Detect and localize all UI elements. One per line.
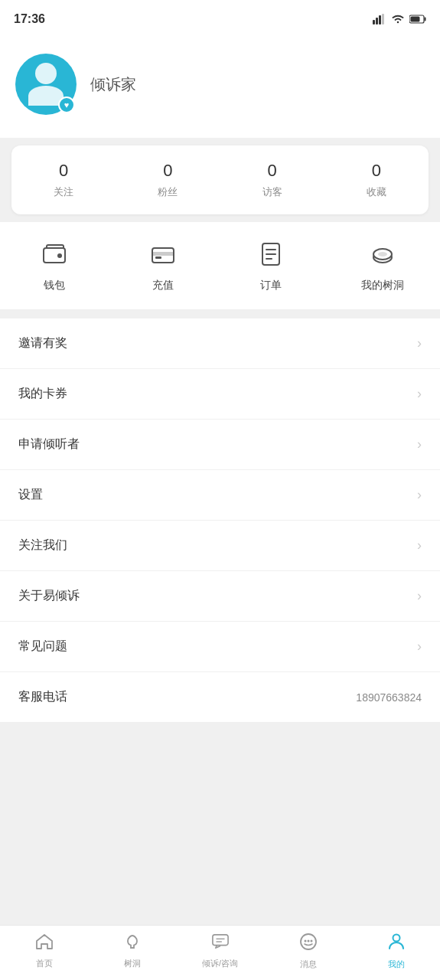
nav-consult-label: 倾诉/咨询 <box>202 958 238 969</box>
nav-message-label: 消息 <box>300 959 317 970</box>
svg-point-23 <box>304 940 306 942</box>
svg-rect-5 <box>425 18 426 21</box>
avatar[interactable]: ♥ <box>15 54 77 115</box>
signal-icon <box>373 14 386 24</box>
menu-cs-label: 客服电话 <box>18 689 67 705</box>
stat-fans[interactable]: 0 粉丝 <box>158 161 178 199</box>
treehouse-icon <box>123 933 142 955</box>
action-recharge[interactable]: 充值 <box>145 236 181 292</box>
nav-consult[interactable]: 倾诉/咨询 <box>176 927 264 975</box>
myhole-icon <box>364 236 401 273</box>
chevron-right-icon: › <box>417 588 422 604</box>
menu-item-settings[interactable]: 设置 › <box>0 470 440 521</box>
order-icon <box>253 236 289 273</box>
svg-rect-1 <box>376 18 378 24</box>
menu-faq-label: 常见问题 <box>18 639 67 655</box>
quick-actions: 钱包 充值 订单 <box>0 222 440 309</box>
stat-follow-number: 0 <box>59 161 68 181</box>
profile-name: 倾诉家 <box>90 74 136 95</box>
stat-follow[interactable]: 0 关注 <box>54 161 73 199</box>
wifi-icon <box>391 14 405 24</box>
chevron-right-icon: › <box>417 537 422 554</box>
svg-rect-2 <box>379 15 381 24</box>
menu-item-about[interactable]: 关于易倾诉 › <box>0 571 440 622</box>
action-wallet[interactable]: 钱包 <box>36 236 73 292</box>
stat-visitors-label: 访客 <box>262 185 282 199</box>
nav-home-label: 首页 <box>36 958 53 969</box>
svg-rect-19 <box>212 935 227 946</box>
menu-item-invite[interactable]: 邀请有奖 › <box>0 318 440 369</box>
chevron-right-icon: › <box>417 386 422 402</box>
svg-rect-3 <box>382 14 384 24</box>
nav-treehouse[interactable]: 树洞 <box>88 927 176 975</box>
stat-follow-label: 关注 <box>54 185 73 199</box>
wallet-label: 钱包 <box>44 279 65 292</box>
stat-fans-label: 粉丝 <box>158 185 178 199</box>
mine-icon <box>387 933 406 956</box>
chevron-right-icon: › <box>417 639 422 655</box>
status-time: 17:36 <box>14 12 45 26</box>
order-label: 订单 <box>260 279 282 292</box>
consult-icon <box>211 933 230 955</box>
stat-visitors[interactable]: 0 访客 <box>262 161 282 199</box>
menu-item-coupon[interactable]: 我的卡券 › <box>0 369 440 420</box>
stat-fans-number: 0 <box>163 161 172 181</box>
chevron-right-icon: › <box>417 335 422 351</box>
svg-point-18 <box>378 252 387 256</box>
heart-icon: ♥ <box>64 101 70 109</box>
chevron-right-icon: › <box>417 487 422 503</box>
myhole-label: 我的树洞 <box>361 279 404 292</box>
recharge-label: 充值 <box>152 279 174 292</box>
menu-item-faq[interactable]: 常见问题 › <box>0 622 440 672</box>
stats-section: 0 关注 0 粉丝 0 访客 0 收藏 <box>11 145 429 214</box>
heart-badge: ♥ <box>58 96 75 113</box>
menu-coupon-label: 我的卡券 <box>18 386 67 402</box>
action-order[interactable]: 订单 <box>253 236 289 292</box>
nav-mine-label: 我的 <box>388 959 405 970</box>
wallet-icon <box>36 236 73 273</box>
stat-favorites[interactable]: 0 收藏 <box>367 161 386 199</box>
nav-message[interactable]: 消息 <box>264 926 352 976</box>
profile-header: ♥ 倾诉家 <box>0 38 440 138</box>
message-icon <box>299 933 318 956</box>
stat-favorites-label: 收藏 <box>367 185 386 199</box>
svg-rect-6 <box>411 17 420 22</box>
bottom-nav: 首页 树洞 倾诉/咨询 <box>0 925 440 980</box>
svg-rect-11 <box>155 256 161 259</box>
svg-rect-0 <box>373 20 375 24</box>
menu-about-label: 关于易倾诉 <box>18 588 80 604</box>
svg-rect-10 <box>152 252 174 256</box>
nav-home[interactable]: 首页 <box>0 927 88 975</box>
menu-item-follow-us[interactable]: 关注我们 › <box>0 521 440 571</box>
menu-follow-label: 关注我们 <box>18 537 67 554</box>
menu-apply-label: 申请倾听者 <box>18 436 80 452</box>
nav-treehouse-label: 树洞 <box>124 958 141 969</box>
svg-point-24 <box>307 940 309 942</box>
action-myhole[interactable]: 我的树洞 <box>361 236 404 292</box>
recharge-icon <box>145 236 181 273</box>
battery-icon <box>409 15 426 24</box>
svg-point-25 <box>310 940 312 942</box>
svg-point-8 <box>57 253 62 258</box>
svg-point-26 <box>393 935 399 942</box>
chevron-right-icon: › <box>417 436 422 452</box>
nav-mine[interactable]: 我的 <box>352 926 440 976</box>
menu-section: 邀请有奖 › 我的卡券 › 申请倾听者 › 设置 › 关注我们 › 关于易倾诉 … <box>0 318 440 722</box>
menu-cs-phone: 18907663824 <box>356 691 422 704</box>
stat-visitors-number: 0 <box>268 161 277 181</box>
menu-settings-label: 设置 <box>18 487 43 503</box>
status-bar: 17:36 <box>0 0 440 38</box>
avatar-head <box>35 63 57 84</box>
home-icon <box>35 933 54 955</box>
status-icons <box>373 14 426 24</box>
menu-item-customer-service[interactable]: 客服电话 18907663824 <box>0 672 440 722</box>
menu-invite-label: 邀请有奖 <box>18 335 67 351</box>
menu-item-apply-listener[interactable]: 申请倾听者 › <box>0 420 440 470</box>
stat-favorites-number: 0 <box>372 161 381 181</box>
